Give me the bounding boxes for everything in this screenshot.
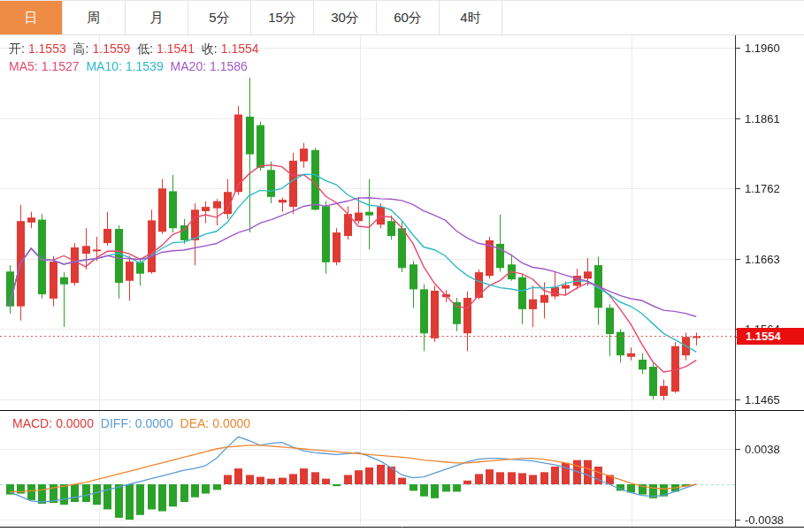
tab-60min[interactable]: 60分 [377,1,440,34]
price-axis-label: 1.1861 [745,112,780,125]
price-axis-label: 1.1762 [745,182,780,195]
tab-5min[interactable]: 5分 [188,1,251,34]
dea-label: DEA: [180,416,210,430]
macd-axis-label: 0.0038 [745,443,780,456]
close-label: 收: [202,42,218,56]
candlestick-macd-chart-canvas[interactable] [0,0,804,532]
diff-value: 0.0000 [135,416,173,430]
tab-month[interactable]: 月 [126,1,188,34]
price-axis-label: 1.1960 [745,42,780,55]
ma10-label: MA10: [86,59,121,73]
macd-label: MACD: [12,416,52,430]
low-value: 1.1541 [157,42,195,56]
macd-readout: MACD:0.0000 DIFF:0.0000 DEA:0.0000 [12,416,254,430]
ma5-label: MA5: [9,59,38,73]
tab-30min[interactable]: 30分 [314,1,377,34]
high-value: 1.1559 [93,42,131,56]
timeframe-tabbar: 日 周 月 5分 15分 30分 60分 4时 [0,0,804,35]
tab-week[interactable]: 周 [63,1,126,34]
low-label: 低: [137,42,153,56]
last-price-tag: 1.1554 [737,328,804,345]
price-axis-label: 1.1663 [745,253,780,266]
tab-day[interactable]: 日 [0,1,63,34]
open-label: 开: [9,42,25,56]
ma20-label: MA20: [171,59,206,73]
macd-value: 0.0000 [56,416,94,430]
macd-axis-label: -0.0038 [745,513,784,527]
dea-value: 0.0000 [212,416,250,430]
high-label: 高: [73,42,89,56]
ma5-value: 1.1527 [42,59,80,73]
ma10-value: 1.1539 [126,59,164,73]
tab-15min[interactable]: 15分 [251,1,314,34]
ohlc-readout: 开:1.1553 高:1.1559 低:1.1541 收:1.1554 [9,42,263,57]
ma20-value: 1.1586 [210,59,248,73]
close-value: 1.1554 [221,42,259,56]
diff-label: DIFF: [101,416,132,430]
ma-readout: MA5:1.1527 MA10:1.1539 MA20:1.1586 [9,59,251,73]
price-axis-label: 1.1465 [745,393,780,407]
tab-4hour[interactable]: 4时 [440,1,502,34]
trading-chart-screen: 日 周 月 5分 15分 30分 60分 4时 开:1.1553 高:1.155… [0,0,804,532]
open-value: 1.1553 [28,42,66,56]
